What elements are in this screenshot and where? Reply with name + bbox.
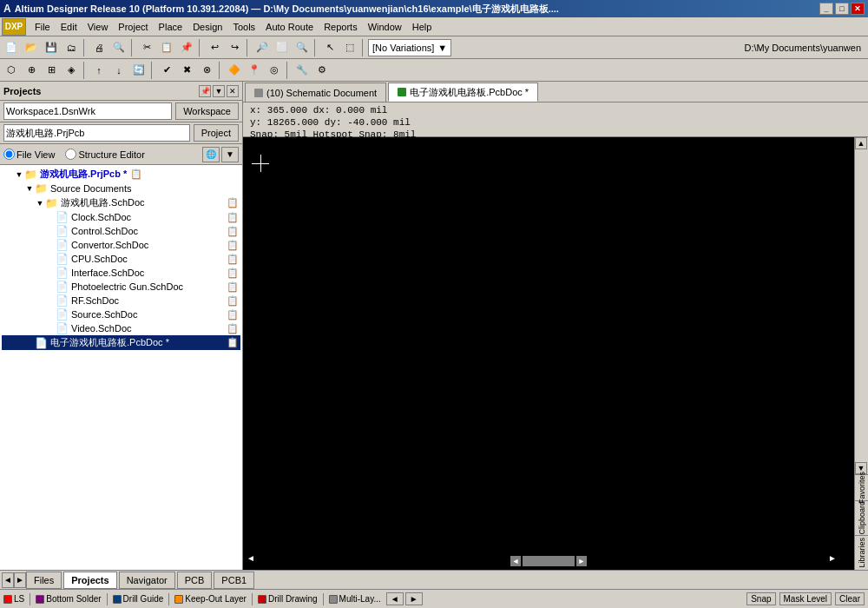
expander-root[interactable]: ▼ — [14, 170, 24, 179]
structure-editor-radio[interactable]: Structure Editor — [65, 149, 144, 160]
tree-item-rf[interactable]: 📄 RF.SchDoc 📋 — [2, 294, 240, 307]
nav-prev[interactable]: ◄ — [2, 572, 14, 588]
vscroll-track[interactable] — [855, 149, 868, 462]
panel-close-btn[interactable]: ✕ — [227, 85, 239, 97]
minimize-button[interactable]: _ — [819, 3, 833, 15]
tb2-15[interactable]: ⚙ — [312, 61, 332, 80]
tb2-14[interactable]: 🔧 — [293, 61, 312, 80]
tree-item-interface[interactable]: 📄 Interface.SchDoc 📋 — [2, 266, 240, 280]
tb2-inter[interactable]: ⊕ — [22, 61, 41, 80]
layer-scroll-left[interactable]: ◄ — [386, 592, 404, 605]
bottom-tab-files[interactable]: Files — [26, 572, 62, 589]
project-button[interactable]: Project — [194, 124, 239, 142]
tb-new[interactable]: 📄 — [2, 38, 21, 57]
tree-item-video[interactable]: 📄 Video.SchDoc 📋 — [2, 321, 240, 335]
view-icon-2[interactable]: ▼ — [221, 147, 239, 162]
menu-reports[interactable]: Reports — [319, 20, 363, 34]
canvas-area[interactable]: ◄ ► ◄ ► — [243, 137, 854, 570]
hscroll-track[interactable] — [523, 556, 575, 566]
menu-view[interactable]: View — [82, 20, 114, 34]
tb-paste[interactable]: 📌 — [177, 38, 196, 57]
tb-zoom-fit[interactable]: ⬜ — [273, 38, 292, 57]
tree-item-clock[interactable]: 📄 Clock.SchDoc 📋 — [2, 210, 240, 224]
project-input[interactable] — [3, 124, 190, 142]
menu-design[interactable]: Design — [187, 20, 227, 34]
dxp-logo[interactable]: DXP — [2, 18, 26, 36]
layer-multi[interactable]: Multi-Lay... — [329, 594, 381, 604]
sidebar-favorites[interactable]: Favorites — [855, 474, 868, 500]
clear-button[interactable]: Clear — [835, 592, 865, 605]
bottom-tab-navigator[interactable]: Navigator — [119, 572, 175, 589]
maximize-button[interactable]: □ — [835, 3, 849, 15]
sidebar-libraries[interactable]: Libraries — [855, 535, 868, 570]
nav-next[interactable]: ► — [14, 572, 26, 588]
tb2-13[interactable]: ◎ — [265, 61, 284, 80]
tb2-route[interactable]: ⬡ — [2, 61, 21, 80]
tree-item-photo[interactable]: 📄 Photoelectric Gun.SchDoc 📋 — [2, 280, 240, 294]
workspace-input[interactable] — [3, 102, 172, 120]
layer-keep-out[interactable]: Keep-Out Layer — [174, 594, 247, 604]
project-tree[interactable]: ▼ 📁 游戏机电路.PrjPcb * 📋 ▼ 📁 Source Document… — [0, 165, 242, 570]
menu-autoroute[interactable]: Auto Route — [260, 20, 319, 34]
layer-drill-guide[interactable]: Drill Guide — [113, 594, 164, 604]
panel-menu-btn[interactable]: ▼ — [213, 85, 225, 97]
tb-copy[interactable]: 📋 — [157, 38, 176, 57]
bottom-tab-pcb[interactable]: PCB — [177, 572, 213, 589]
tb2-8[interactable]: ✔ — [157, 61, 176, 80]
tb-undo[interactable]: ↩ — [205, 38, 224, 57]
tb-redo[interactable]: ↪ — [225, 38, 244, 57]
menu-place[interactable]: Place — [154, 20, 188, 34]
tree-item-root[interactable]: ▼ 📁 游戏机电路.PrjPcb * 📋 — [2, 167, 240, 182]
tb2-12[interactable]: 📍 — [245, 61, 264, 80]
canvas-hscroll[interactable]: ◄ ► — [510, 556, 587, 566]
bottom-tab-projects[interactable]: Projects — [63, 572, 116, 589]
tree-item-src-docs[interactable]: ▼ 📁 Source Documents — [2, 182, 240, 195]
sidebar-clipboard[interactable]: Clipboard — [855, 500, 868, 535]
vscroll-up[interactable]: ▲ — [855, 137, 867, 149]
hscroll-left[interactable]: ◄ — [510, 556, 521, 566]
layer-scroll-right[interactable]: ► — [405, 592, 423, 605]
tb-save[interactable]: 💾 — [42, 38, 61, 57]
tb-deselect[interactable]: ⬚ — [340, 38, 359, 57]
tb2-5[interactable]: ↑ — [89, 61, 108, 80]
tree-item-sch-root[interactable]: ▼ 📁 游戏机电路.SchDoc 📋 — [2, 195, 240, 210]
tree-item-pcb[interactable]: 📄 电子游戏机电路板.PcbDoc * 📋 — [2, 335, 240, 350]
tb2-4[interactable]: ◈ — [62, 61, 81, 80]
menu-tools[interactable]: Tools — [227, 20, 260, 34]
panel-pin-btn[interactable]: 📌 — [199, 85, 211, 97]
layer-drill-drawing[interactable]: Drill Drawing — [258, 594, 318, 604]
menu-window[interactable]: Window — [363, 20, 407, 34]
tb-cut[interactable]: ✂ — [137, 38, 156, 57]
workspace-button[interactable]: Workspace — [175, 102, 239, 120]
menu-project[interactable]: Project — [113, 20, 153, 34]
view-icon-1[interactable]: 🌐 — [202, 147, 220, 162]
tab-pcb[interactable]: 电子游戏机电路板.PcbDoc * — [388, 83, 538, 102]
tb-open[interactable]: 📂 — [22, 38, 41, 57]
tree-item-source[interactable]: 📄 Source.SchDoc 📋 — [2, 307, 240, 321]
tree-item-control[interactable]: 📄 Control.SchDoc 📋 — [2, 224, 240, 238]
variations-dropdown[interactable]: [No Variations] ▼ — [368, 39, 451, 56]
tb-print[interactable]: 🖨 — [89, 38, 108, 57]
tb2-7[interactable]: 🔄 — [129, 61, 148, 80]
menu-help[interactable]: Help — [407, 20, 437, 34]
mask-level-button[interactable]: Mask Level — [779, 592, 832, 605]
tb2-11[interactable]: 🔶 — [225, 61, 244, 80]
tb-saveall[interactable]: 🗂 — [62, 38, 81, 57]
tb-zoom-out[interactable]: 🔍 — [293, 38, 312, 57]
file-view-radio[interactable]: File View — [3, 149, 55, 160]
hscroll-right[interactable]: ► — [576, 556, 587, 566]
close-button[interactable]: ✕ — [851, 3, 865, 15]
tb-select[interactable]: ↖ — [320, 38, 339, 57]
tab-schematic[interactable]: (10) Schematic Document — [245, 83, 386, 102]
tree-item-cpu[interactable]: 📄 CPU.SchDoc 📋 — [2, 252, 240, 266]
tree-item-convertor[interactable]: 📄 Convertor.SchDoc 📋 — [2, 238, 240, 252]
tb-preview[interactable]: 🔍 — [109, 38, 128, 57]
tb2-3[interactable]: ⊞ — [42, 61, 61, 80]
menu-file[interactable]: File — [30, 20, 56, 34]
expander-sch[interactable]: ▼ — [35, 199, 45, 208]
tb2-6[interactable]: ↓ — [109, 61, 128, 80]
tb-zoom-in[interactable]: 🔎 — [253, 38, 272, 57]
layer-ls[interactable]: LS — [3, 594, 24, 604]
expander-src[interactable]: ▼ — [24, 184, 35, 193]
menu-edit[interactable]: Edit — [56, 20, 82, 34]
